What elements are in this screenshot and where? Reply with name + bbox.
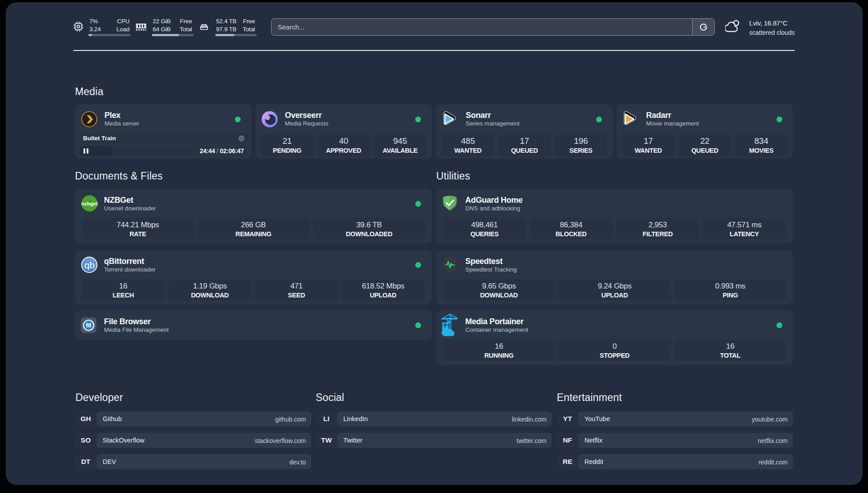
svg-text:qb: qb (84, 260, 95, 270)
svg-text:nzbget: nzbget (81, 201, 98, 206)
